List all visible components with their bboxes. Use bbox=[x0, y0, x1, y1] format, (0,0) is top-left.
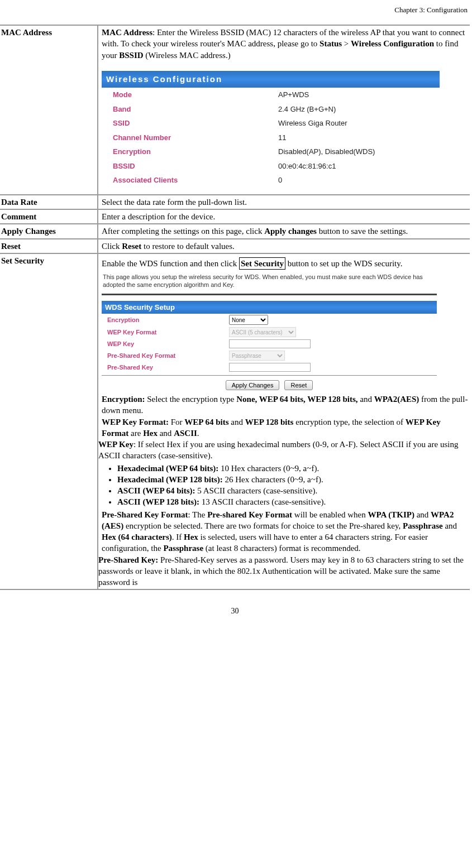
wds-pskformat-select: Passphrase bbox=[229, 351, 285, 361]
set-security-box: Set Security bbox=[239, 257, 285, 270]
list-item: ASCII (WEP 128 bits): 13 ASCII character… bbox=[117, 496, 469, 507]
wds-encryption-select[interactable]: None bbox=[229, 315, 268, 325]
wc-key: Mode bbox=[102, 88, 274, 102]
text: are bbox=[128, 429, 143, 438]
wds-encryption-cell: None bbox=[227, 314, 437, 326]
wds-wepformat-cell: ASCII (5 characters) bbox=[227, 326, 437, 338]
chapter-header: Chapter 3: Configuration bbox=[0, 6, 470, 25]
row-data-rate-label: Data Rate bbox=[0, 195, 98, 209]
wds-psk-label: Pre-Shared Key bbox=[102, 362, 227, 373]
text: Click bbox=[102, 242, 122, 251]
text-mac-bold: MAC Address bbox=[102, 28, 152, 37]
text: WPA2(AES) bbox=[374, 395, 419, 404]
wc-key: BSSID bbox=[102, 159, 274, 174]
row-set-security-desc: Enable the WDS function and then click S… bbox=[98, 253, 470, 590]
row-reset-desc: Click Reset to restore to default values… bbox=[98, 239, 470, 253]
wds-psk-cell bbox=[227, 362, 437, 373]
psk-paragraph: Pre-Shared Key: Pre-Shared-Key serves as… bbox=[98, 554, 469, 588]
text: Hexadecimal (WEP 64 bits): bbox=[117, 464, 218, 473]
wds-encryption-label: Encryption bbox=[102, 314, 227, 326]
text: WPA (TKIP) bbox=[368, 510, 414, 519]
text: > bbox=[342, 39, 351, 48]
text: Pre-Shared Key: bbox=[98, 555, 158, 564]
text: Hexadecimal (WEP 128 bits): bbox=[117, 475, 223, 484]
text-wirelessconfig: Wireless Configuration bbox=[351, 39, 434, 48]
wds-wepkey-label: WEP Key bbox=[102, 338, 227, 349]
wc-key: Associated Clients bbox=[102, 173, 274, 188]
wc-val: 00:e0:4c:81:96:c1 bbox=[274, 159, 440, 174]
row-apply-desc: After completing the settings on this pa… bbox=[98, 224, 470, 238]
wds-header: WDS Security Setup bbox=[102, 301, 437, 314]
text: (Wireless MAC address.) bbox=[144, 51, 231, 60]
wc-val: 2.4 GHz (B+G+N) bbox=[274, 102, 440, 117]
wc-val: 11 bbox=[274, 131, 440, 145]
wds-pskformat-label: Pre-Shared Key Format bbox=[102, 349, 227, 362]
apply-changes-button[interactable]: Apply Changes bbox=[226, 380, 280, 390]
row-set-security-label: Set Security bbox=[0, 253, 98, 590]
text: button to set up the WDS security. bbox=[285, 259, 403, 268]
text: and bbox=[229, 418, 245, 426]
reset-button[interactable]: Reset bbox=[284, 380, 313, 390]
text: Encryption: bbox=[102, 395, 145, 404]
wc-key: Encryption bbox=[102, 145, 274, 159]
row-apply-label: Apply Changes bbox=[0, 224, 98, 238]
wc-key: Band bbox=[102, 102, 274, 117]
wep-key-bullets: Hexadecimal (WEP 64 bits): 10 Hex charac… bbox=[104, 463, 469, 508]
text: encryption be selected. There are two fo… bbox=[123, 521, 403, 530]
row-comment-desc: Enter a description for the device. bbox=[98, 209, 470, 224]
text: ASCII (WEP 128 bits): bbox=[117, 497, 199, 506]
text: For bbox=[169, 418, 184, 426]
wds-form: Encryption None WEP Key Format bbox=[102, 314, 437, 373]
text: Hex (64 characters) bbox=[102, 533, 172, 541]
encryption-paragraph: Encryption: Select the encryption type N… bbox=[102, 394, 469, 416]
text: Enable the WDS function and then click bbox=[102, 259, 239, 268]
wds-wepkey-cell bbox=[227, 338, 437, 349]
wds-wepformat-label: WEP Key Format bbox=[102, 326, 227, 338]
wc-val: 0 bbox=[274, 173, 440, 188]
row-mac-address-desc: MAC Address: Enter the Wireless BSSID (M… bbox=[98, 25, 470, 195]
wireless-config-header: Wireless Configuration bbox=[102, 71, 440, 88]
text: ASCII (WEP 64 bits): bbox=[117, 486, 196, 495]
text: WEP Key Format: bbox=[102, 418, 169, 426]
config-table: MAC Address MAC Address: Enter the Wirel… bbox=[0, 25, 470, 590]
text: : The bbox=[188, 510, 207, 519]
text-bssid: BSSID bbox=[119, 51, 143, 60]
wds-psk-input[interactable] bbox=[229, 363, 311, 372]
wds-pskformat-cell: Passphrase bbox=[227, 349, 437, 362]
text: (at least 8 characters) format is recomm… bbox=[203, 544, 361, 553]
row-comment-label: Comment bbox=[0, 209, 98, 224]
row-mac-address-label: MAC Address bbox=[0, 25, 98, 195]
text: 5 ASCII characters (case-sensitive). bbox=[196, 486, 318, 495]
wc-key: SSID bbox=[102, 116, 274, 131]
text: Hex bbox=[143, 429, 158, 438]
text: Pre-shared Key Format bbox=[207, 510, 292, 519]
text: WEP Key bbox=[98, 440, 134, 449]
text: and bbox=[414, 510, 431, 519]
wireless-config-table: ModeAP+WDS Band2.4 GHz (B+G+N) SSIDWirel… bbox=[102, 88, 440, 188]
wds-intro-text: This page allows you setup the wireless … bbox=[102, 273, 437, 291]
text: and bbox=[443, 521, 457, 530]
text: : If select Hex if you are using hexadec… bbox=[98, 440, 458, 460]
wc-val: Disabled(AP), Disabled(WDS) bbox=[274, 145, 440, 159]
list-item: ASCII (WEP 64 bits): 5 ASCII characters … bbox=[117, 485, 469, 496]
text: . If bbox=[172, 533, 184, 541]
row-reset-label: Reset bbox=[0, 239, 98, 253]
wds-wepformat-select: ASCII (5 characters) bbox=[229, 327, 296, 337]
text: Pre-Shared Key Format bbox=[102, 510, 188, 519]
list-item: Hexadecimal (WEP 128 bits): 26 Hex chara… bbox=[117, 474, 469, 485]
text: ASCII bbox=[174, 429, 197, 438]
text: Hex bbox=[184, 533, 198, 541]
wds-wepkey-input[interactable] bbox=[229, 339, 311, 348]
text: After completing the settings on this pa… bbox=[102, 227, 264, 236]
wc-key: Channel Number bbox=[102, 131, 274, 145]
wc-val: Wireless Giga Router bbox=[274, 116, 440, 131]
divider bbox=[102, 294, 437, 295]
wds-security-figure: This page allows you setup the wireless … bbox=[102, 273, 437, 390]
text: 10 Hex characters (0~9, a~f). bbox=[218, 464, 319, 473]
text: . bbox=[197, 429, 199, 438]
text: WEP 128 bits bbox=[245, 418, 294, 426]
text: encryption type, the selection of bbox=[293, 418, 405, 426]
text: and bbox=[158, 429, 174, 438]
text-status: Status bbox=[320, 39, 342, 48]
list-item: Hexadecimal (WEP 64 bits): 10 Hex charac… bbox=[117, 463, 469, 474]
